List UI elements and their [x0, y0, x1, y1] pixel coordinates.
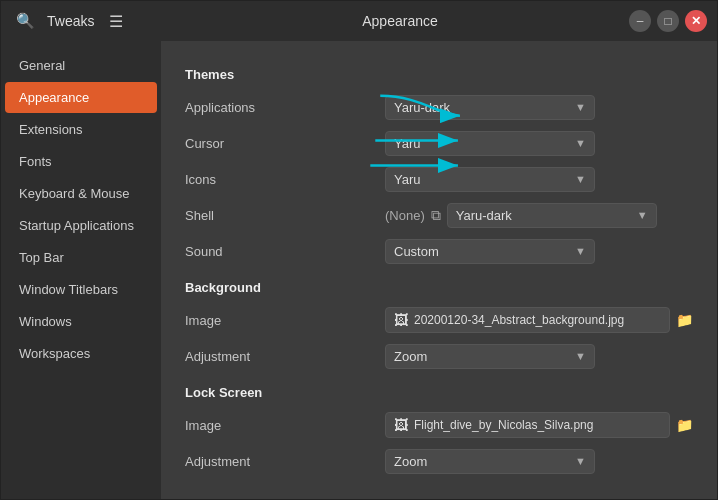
- applications-row: Applications Yaru-dark ▼: [185, 92, 693, 122]
- bg-adjustment-dropdown[interactable]: Zoom ▼: [385, 344, 595, 369]
- maximize-button[interactable]: □: [657, 10, 679, 32]
- close-button[interactable]: ✕: [685, 10, 707, 32]
- applications-dropdown-arrow: ▼: [575, 101, 586, 113]
- bg-image-value: 🖼 20200120-34_Abstract_background.jpg 📁: [385, 307, 693, 333]
- titlebar-left: 🔍 Tweaks ☰: [11, 7, 171, 35]
- bg-image-label: Image: [185, 313, 385, 328]
- sidebar-item-startup-applications[interactable]: Startup Applications: [5, 210, 157, 241]
- bg-image-row: Image 🖼 20200120-34_Abstract_background.…: [185, 305, 693, 335]
- sound-dropdown[interactable]: Custom ▼: [385, 239, 595, 264]
- bg-adjustment-row: Adjustment Zoom ▼: [185, 341, 693, 371]
- background-section-title: Background: [185, 280, 693, 295]
- shell-value: (None) ⧉ Yaru-dark ▼: [385, 203, 693, 228]
- sound-value: Custom ▼: [385, 239, 693, 264]
- search-button[interactable]: 🔍: [11, 7, 39, 35]
- main-window: 🔍 Tweaks ☰ Appearance – □ ✕ General Appe…: [0, 0, 718, 500]
- shell-copy-icon[interactable]: ⧉: [431, 207, 441, 224]
- sidebar-item-fonts[interactable]: Fonts: [5, 146, 157, 177]
- sidebar-item-extensions[interactable]: Extensions: [5, 114, 157, 145]
- sidebar-item-general[interactable]: General: [5, 50, 157, 81]
- app-title: Tweaks: [47, 13, 94, 29]
- hamburger-icon: ☰: [109, 12, 123, 31]
- lock-image-value: 🖼 Flight_dive_by_Nicolas_Silva.png 📁: [385, 412, 693, 438]
- applications-value: Yaru-dark ▼: [385, 95, 693, 120]
- sidebar-item-appearance[interactable]: Appearance: [5, 82, 157, 113]
- lock-adjustment-dropdown[interactable]: Zoom ▼: [385, 449, 595, 474]
- sound-label: Sound: [185, 244, 385, 259]
- sound-dropdown-arrow: ▼: [575, 245, 586, 257]
- bg-adjustment-dropdown-arrow: ▼: [575, 350, 586, 362]
- page-title: Appearance: [171, 13, 629, 29]
- cursor-dropdown[interactable]: Yaru ▼: [385, 131, 595, 156]
- lock-screen-section-title: Lock Screen: [185, 385, 693, 400]
- sidebar: General Appearance Extensions Fonts Keyb…: [1, 41, 161, 499]
- bg-image-icon: 🖼: [394, 312, 408, 328]
- cursor-row: Cursor Yaru ▼: [185, 128, 693, 158]
- menu-button[interactable]: ☰: [102, 7, 130, 35]
- sound-row: Sound Custom ▼: [185, 236, 693, 266]
- bg-image-field[interactable]: 🖼 20200120-34_Abstract_background.jpg: [385, 307, 670, 333]
- lock-adjustment-row: Adjustment Zoom ▼: [185, 446, 693, 476]
- lock-image-field[interactable]: 🖼 Flight_dive_by_Nicolas_Silva.png: [385, 412, 670, 438]
- shell-row: Shell (None) ⧉ Yaru-dark ▼: [185, 200, 693, 230]
- applications-label: Applications: [185, 100, 385, 115]
- applications-dropdown[interactable]: Yaru-dark ▼: [385, 95, 595, 120]
- bg-adjustment-value: Zoom ▼: [385, 344, 693, 369]
- sidebar-item-keyboard-mouse[interactable]: Keyboard & Mouse: [5, 178, 157, 209]
- lock-adjustment-dropdown-arrow: ▼: [575, 455, 586, 467]
- lock-adjustment-value: Zoom ▼: [385, 449, 693, 474]
- shell-none-label: (None): [385, 208, 425, 223]
- lock-adjustment-label: Adjustment: [185, 454, 385, 469]
- icons-dropdown-arrow: ▼: [575, 173, 586, 185]
- main-wrapper: Themes Applications Yaru-dark ▼ Cursor: [161, 41, 717, 499]
- minimize-button[interactable]: –: [629, 10, 651, 32]
- lock-image-folder-icon[interactable]: 📁: [676, 417, 693, 433]
- search-icon: 🔍: [16, 12, 35, 30]
- shell-label: Shell: [185, 208, 385, 223]
- lock-image-row: Image 🖼 Flight_dive_by_Nicolas_Silva.png…: [185, 410, 693, 440]
- sidebar-item-windows[interactable]: Windows: [5, 306, 157, 337]
- cursor-label: Cursor: [185, 136, 385, 151]
- titlebar: 🔍 Tweaks ☰ Appearance – □ ✕: [1, 1, 717, 41]
- main-panel: Themes Applications Yaru-dark ▼ Cursor: [161, 41, 717, 499]
- shell-dropdown-arrow: ▼: [637, 209, 648, 221]
- bg-adjustment-label: Adjustment: [185, 349, 385, 364]
- bg-image-folder-icon[interactable]: 📁: [676, 312, 693, 328]
- cursor-value: Yaru ▼: [385, 131, 693, 156]
- lock-image-icon: 🖼: [394, 417, 408, 433]
- themes-section-title: Themes: [185, 67, 693, 82]
- sidebar-item-window-titlebars[interactable]: Window Titlebars: [5, 274, 157, 305]
- icons-dropdown[interactable]: Yaru ▼: [385, 167, 595, 192]
- icons-row: Icons Yaru ▼: [185, 164, 693, 194]
- content-area: General Appearance Extensions Fonts Keyb…: [1, 41, 717, 499]
- shell-dropdown[interactable]: Yaru-dark ▼: [447, 203, 657, 228]
- sidebar-item-top-bar[interactable]: Top Bar: [5, 242, 157, 273]
- icons-label: Icons: [185, 172, 385, 187]
- window-controls: – □ ✕: [629, 10, 707, 32]
- lock-image-label: Image: [185, 418, 385, 433]
- sidebar-item-workspaces[interactable]: Workspaces: [5, 338, 157, 369]
- cursor-dropdown-arrow: ▼: [575, 137, 586, 149]
- icons-value: Yaru ▼: [385, 167, 693, 192]
